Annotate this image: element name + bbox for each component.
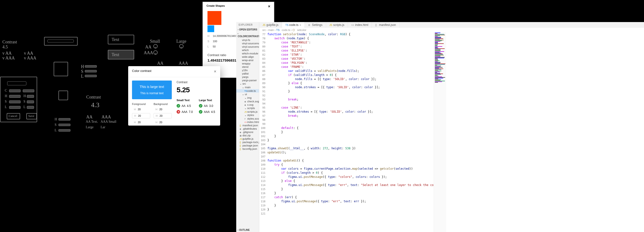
editor-tab[interactable]: <>index.html	[348, 22, 372, 28]
sk-l: L	[5, 105, 7, 109]
sk-sq2	[58, 90, 68, 100]
fg-l[interactable]: H20	[132, 120, 150, 125]
fg-h[interactable]: H20	[132, 107, 150, 112]
file-tree-item[interactable]: {}package-lock.json	[236, 140, 259, 144]
vscode-window: EXPLORER OPEN EDITORS COLORCONTRAST viny…	[236, 22, 644, 232]
file-tree-item[interactable]: TScode.ts	[236, 89, 259, 92]
h-val: 14.399999678134918	[213, 34, 238, 38]
cc-title: Color contrast	[132, 69, 152, 74]
blue-swatch	[208, 26, 214, 32]
sk-vaa2: v AA	[24, 51, 33, 56]
file-tree-item[interactable]: vinyl-sourcemaps-…	[236, 45, 259, 48]
large-aa: ✓AA3.0	[199, 104, 216, 108]
file-tree-item[interactable]: wrappy	[236, 62, 259, 65]
sk-s: S	[5, 100, 7, 104]
editor-tab[interactable]: JSgulpfile.js	[259, 22, 282, 28]
file-tree-item[interactable]: wrap-ansi	[236, 58, 259, 62]
check-icon: ✓	[199, 110, 202, 114]
file-tree-item[interactable]: which-module	[236, 52, 259, 55]
l-val: 50	[213, 45, 216, 48]
file-tree-item[interactable]: ◆.gitattributes	[236, 127, 259, 130]
color-contrast-panel: Color contrast × This is large text This…	[128, 66, 220, 126]
sk-vaaa: v AAA	[2, 56, 15, 61]
file-tree-item[interactable]: ⌄ scripts	[236, 106, 259, 110]
close-icon[interactable]: ×	[214, 69, 216, 74]
breadcrumb[interactable]: src›main›TS code.ts›⬡ setcolor	[259, 28, 644, 32]
outline-section[interactable]: OUTLINE	[236, 228, 259, 232]
sk-vaaa2: v AAA	[24, 56, 36, 61]
editor-tab[interactable]: {}manifest.json	[372, 22, 400, 28]
file-tree-item[interactable]: vinyl-sourcemap	[236, 42, 259, 45]
close-icon[interactable]: ×	[268, 4, 270, 9]
x-icon: ✕	[176, 110, 180, 114]
sk-contrast-val: 4.5	[2, 44, 8, 50]
file-tree-item[interactable]: ⌄ main	[236, 86, 259, 89]
bg-s[interactable]: H20	[154, 113, 172, 118]
sk-inner	[48, 40, 74, 42]
bg-label: Background	[154, 102, 172, 106]
large-aaa: ✓AAA4.5	[199, 110, 216, 114]
file-tree-item[interactable]: JSscripts.js	[236, 110, 259, 113]
bg-l[interactable]: H20	[154, 120, 172, 125]
sk-c: C	[5, 89, 7, 92]
editor-area: JSgulpfile.jsTScode.ts×⚙SettingsJSscript…	[259, 22, 644, 232]
large-text-sample: This is large text	[132, 85, 172, 89]
sk-contrast: Contrast	[2, 40, 17, 44]
editor-tab[interactable]: JSscripts.js	[326, 22, 348, 28]
file-tree-item[interactable]: ⌄ ui	[236, 92, 259, 96]
small-aa: ✓AA4.5	[176, 104, 194, 108]
file-tree-item[interactable]: <>index.html	[236, 120, 259, 124]
sk-cancel-btn: Cancel	[7, 113, 20, 119]
check-icon: ✓	[176, 104, 180, 108]
small-text-header: Small Text	[176, 99, 194, 102]
file-tree-item[interactable]: yallist	[236, 72, 259, 75]
minimap[interactable]	[434, 32, 446, 232]
cs-title: Create Shapes	[206, 4, 225, 9]
sk-sq	[54, 62, 68, 76]
sk-save-btn: Save	[26, 113, 37, 119]
line-numbers: 7778798081828384858687888990919293949596…	[259, 32, 268, 232]
sk-h: H	[5, 94, 7, 98]
file-tree-item[interactable]: ◆x.svg	[236, 103, 259, 106]
file-tree-item[interactable]: ▣dist.zip	[236, 134, 259, 137]
file-tree-item[interactable]: ⌄ img	[236, 96, 259, 100]
sk-vaa: v AA	[2, 51, 12, 56]
file-tree-item[interactable]: #styles.scss	[236, 117, 259, 120]
bg-h[interactable]: H20	[154, 107, 172, 112]
large-text-header: Large Text	[199, 99, 216, 102]
file-tree-item[interactable]: y18n	[236, 68, 259, 72]
editor-tab[interactable]: ⚙Settings	[305, 22, 326, 28]
explorer-title: EXPLORER	[236, 22, 259, 28]
fg-s[interactable]: H20	[132, 113, 150, 118]
editor-tab[interactable]: TScode.ts×	[282, 22, 305, 28]
file-tree-item[interactable]: ◆.gitignore	[236, 130, 259, 134]
file-tree-item[interactable]: {}manifest.json	[236, 124, 259, 127]
file-tree-item[interactable]: ◆check.svg	[236, 100, 259, 103]
file-tree-item[interactable]: {}tsconfig.json	[236, 147, 259, 150]
file-tree-item[interactable]: ⌄ styles	[236, 113, 259, 117]
contrast-label: Contrast	[176, 80, 216, 84]
file-tree-item[interactable]: JSgulpfile.js	[236, 137, 259, 140]
explorer-sidebar: EXPLORER OPEN EDITORS COLORCONTRAST viny…	[236, 22, 259, 232]
preview-swatch: This is large text This is normal text	[132, 80, 172, 99]
small-aaa: ✕AAA7.0	[176, 110, 194, 114]
file-tree-item[interactable]: ⌄ src	[236, 82, 259, 86]
file-tree-item[interactable]: xtend	[236, 65, 259, 68]
sk-row	[7, 82, 26, 85]
file-tree-item[interactable]: which	[236, 48, 259, 52]
code-content[interactable]: function setcolor(node: SceneNode, color…	[268, 32, 434, 232]
file-tree-item[interactable]: {}package.json	[236, 144, 259, 147]
tab-close-icon[interactable]: ×	[300, 23, 302, 27]
file-tree-item[interactable]: yargs-parser	[236, 78, 259, 82]
colorcontrast-section[interactable]: COLORCONTRAST	[236, 32, 259, 38]
normal-text-sample: This is normal text	[132, 92, 172, 95]
file-tree-item[interactable]: vinyl-fs	[236, 38, 259, 42]
contrast-value: 5.25	[176, 86, 216, 94]
file-tree-item[interactable]: wide-align	[236, 55, 259, 58]
fg-label: Foreground	[132, 102, 150, 106]
red-swatch	[208, 11, 222, 25]
file-tree-item[interactable]: yargs	[236, 75, 259, 78]
open-editors-section[interactable]: OPEN EDITORS	[236, 28, 259, 32]
s-val: 100	[213, 40, 217, 43]
tab-bar: JSgulpfile.jsTScode.ts×⚙SettingsJSscript…	[259, 22, 644, 28]
